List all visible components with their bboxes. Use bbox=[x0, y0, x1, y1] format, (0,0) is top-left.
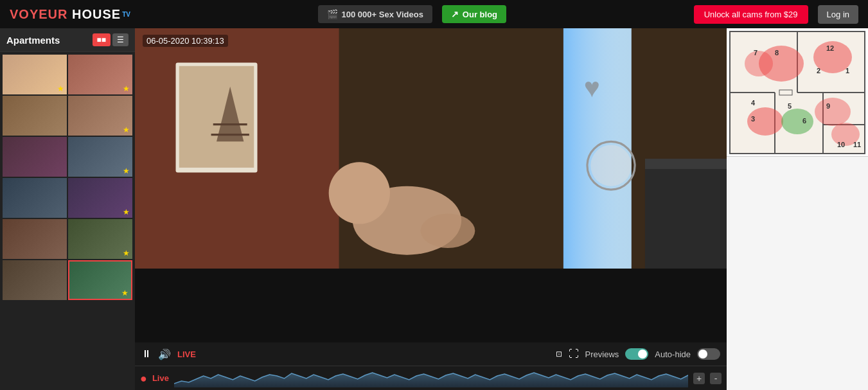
apartment-grid: ★ ★ ★ ★ ★ ★ bbox=[0, 52, 135, 303]
share-icon: ↗ bbox=[451, 9, 459, 19]
main-video[interactable]: 06-05-2020 10:39:13 bbox=[135, 28, 727, 269]
live-indicator: LIVE bbox=[177, 350, 196, 359]
svg-marker-17 bbox=[174, 373, 688, 387]
star-icon: ★ bbox=[123, 208, 130, 217]
star-icon: ★ bbox=[123, 84, 130, 93]
apartment-thumb-7[interactable] bbox=[3, 178, 67, 218]
apartment-thumb-3[interactable] bbox=[3, 96, 67, 136]
play-pause-button[interactable]: ⏸ bbox=[141, 348, 152, 360]
live-text: Live bbox=[152, 373, 169, 383]
right-panel: 7 8 12 2 1 4 3 5 6 10 11 9 bbox=[727, 28, 868, 390]
svg-point-11 bbox=[590, 145, 632, 186]
pip-button[interactable]: ⊡ bbox=[556, 350, 562, 359]
sidebar-header: Apartments ■■ ☰ bbox=[0, 28, 135, 52]
svg-rect-3 bbox=[179, 66, 254, 168]
svg-text:12: 12 bbox=[826, 44, 834, 52]
svg-text:7: 7 bbox=[754, 49, 757, 57]
controls-bar: ⏸ 🔊 LIVE ⊡ ⛶ Previews Auto-hide bbox=[135, 342, 727, 366]
apartment-thumb-11[interactable] bbox=[3, 260, 67, 300]
apartment-thumb-5[interactable] bbox=[3, 137, 67, 177]
svg-text:4: 4 bbox=[751, 99, 756, 107]
blog-label: Our blog bbox=[463, 10, 497, 19]
login-button[interactable]: Log in bbox=[818, 5, 858, 24]
previews-label: Previews bbox=[585, 350, 619, 359]
star-icon: ★ bbox=[57, 84, 64, 93]
logo-tv-badge: TV bbox=[122, 11, 130, 18]
logo-text: VOYEUR HOUSE bbox=[10, 7, 121, 22]
floor-plan[interactable]: 7 8 12 2 1 4 3 5 6 10 11 9 bbox=[727, 28, 868, 157]
svg-text:3: 3 bbox=[751, 115, 755, 123]
videos-button[interactable]: 🎬 100 000+ Sex Videos bbox=[318, 5, 432, 23]
sidebar-title: Apartments bbox=[6, 35, 60, 46]
apartment-thumb-8[interactable]: ★ bbox=[68, 178, 132, 218]
header: VOYEUR HOUSE TV 🎬 100 000+ Sex Videos ↗ … bbox=[0, 0, 868, 28]
svg-point-30 bbox=[815, 98, 851, 126]
apartment-thumb-6[interactable]: ★ bbox=[68, 137, 132, 177]
star-icon: ★ bbox=[121, 288, 128, 297]
timeline-zoom-out[interactable]: - bbox=[710, 373, 722, 384]
main-layout: Apartments ■■ ☰ ★ ★ ★ ★ bbox=[0, 28, 868, 390]
svg-text:5: 5 bbox=[788, 102, 792, 110]
apartment-thumb-12[interactable]: ★ bbox=[68, 260, 132, 300]
video-area: 06-05-2020 10:39:13 bbox=[135, 28, 727, 390]
svg-text:1: 1 bbox=[846, 67, 849, 75]
svg-rect-15 bbox=[645, 166, 727, 269]
timeline-bar: ● Live + - bbox=[135, 366, 727, 390]
svg-text:8: 8 bbox=[775, 49, 779, 57]
sidebar: Apartments ■■ ☰ ★ ★ ★ ★ bbox=[0, 28, 135, 390]
grid-view-button[interactable]: ■■ bbox=[93, 33, 111, 46]
svg-text:♥: ♥ bbox=[584, 72, 600, 103]
svg-text:9: 9 bbox=[826, 102, 830, 110]
timeline-zoom-in[interactable]: + bbox=[693, 373, 705, 384]
timeline-waveform[interactable] bbox=[174, 369, 688, 387]
videos-label: 100 000+ Sex Videos bbox=[342, 10, 423, 19]
apartment-thumb-9[interactable] bbox=[3, 219, 67, 259]
svg-text:2: 2 bbox=[817, 67, 820, 75]
video-content: ♥ bbox=[135, 28, 727, 269]
unlock-button[interactable]: Unlock all cams from $29 bbox=[694, 5, 808, 24]
volume-button[interactable]: 🔊 bbox=[158, 348, 171, 360]
svg-point-13 bbox=[329, 162, 390, 224]
previews-toggle[interactable] bbox=[625, 348, 648, 360]
film-icon: 🎬 bbox=[327, 9, 338, 19]
svg-rect-16 bbox=[645, 159, 727, 169]
camera-list bbox=[727, 157, 868, 390]
list-view-button[interactable]: ☰ bbox=[112, 33, 128, 46]
svg-text:11: 11 bbox=[853, 141, 861, 148]
svg-text:10: 10 bbox=[837, 141, 845, 148]
fullscreen-button[interactable]: ⛶ bbox=[569, 348, 579, 360]
svg-text:6: 6 bbox=[802, 117, 806, 125]
thumbnails-row bbox=[135, 269, 727, 342]
star-icon: ★ bbox=[123, 125, 130, 134]
star-icon: ★ bbox=[123, 166, 130, 175]
video-timestamp: 06-05-2020 10:39:13 bbox=[143, 35, 228, 47]
svg-point-29 bbox=[781, 109, 813, 134]
svg-rect-44 bbox=[779, 90, 792, 95]
apartment-thumb-10[interactable]: ★ bbox=[68, 219, 132, 259]
svg-point-26 bbox=[745, 51, 773, 76]
autohide-label: Auto-hide bbox=[655, 350, 691, 359]
blog-button[interactable]: ↗ Our blog bbox=[442, 5, 506, 23]
apartment-thumb-4[interactable]: ★ bbox=[68, 96, 132, 136]
apartment-thumb-1[interactable]: ★ bbox=[3, 55, 67, 94]
star-icon: ★ bbox=[123, 249, 130, 258]
autohide-toggle[interactable] bbox=[697, 348, 720, 360]
apartment-thumb-2[interactable]: ★ bbox=[68, 55, 132, 94]
svg-point-14 bbox=[421, 214, 475, 248]
view-toggle: ■■ ☰ bbox=[93, 33, 129, 46]
live-dot: ● bbox=[140, 373, 147, 384]
logo[interactable]: VOYEUR HOUSE TV bbox=[10, 7, 130, 22]
